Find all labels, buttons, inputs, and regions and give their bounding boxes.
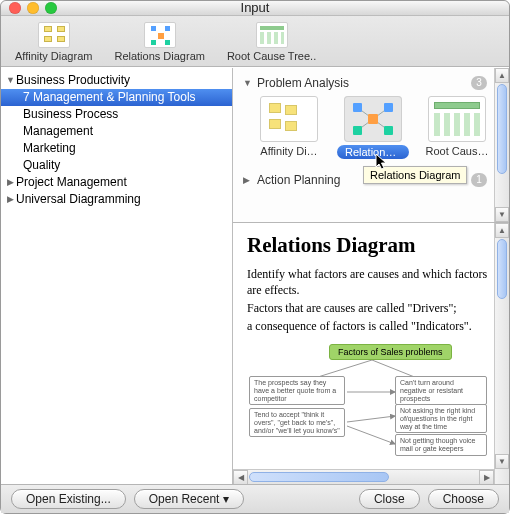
- scroll-down-button[interactable]: ▼: [495, 207, 509, 222]
- tree-label: 7 Management & Planning Tools: [23, 90, 196, 104]
- tree-item-business-process[interactable]: Business Process: [1, 106, 232, 123]
- minimize-window-button[interactable]: [27, 2, 39, 14]
- section-title: Problem Analysis: [257, 76, 349, 90]
- preview-text: Factors that are causes are called "Driv…: [247, 300, 491, 316]
- toolbar-label: Relations Diagram: [114, 50, 204, 62]
- toolbar: Affinity Diagram Relations Diagram Root …: [1, 16, 509, 67]
- diagram-box: Can't turn around negative or resistant …: [395, 376, 487, 405]
- thumb-label: Affinity Di…: [256, 145, 321, 157]
- tree-item-7-management[interactable]: 7 Management & Planning Tools: [1, 89, 232, 106]
- diagram-box: Not getting though voice mail or gate ke…: [395, 434, 487, 455]
- section-count-badge: 1: [471, 173, 487, 187]
- scroll-up-button[interactable]: ▲: [495, 223, 509, 238]
- sidebar: ▼Business Productivity 7 Management & Pl…: [1, 68, 233, 485]
- tree-label: Business Productivity: [16, 73, 130, 87]
- section-problem-analysis[interactable]: ▼ Problem Analysis 3: [239, 74, 503, 92]
- diagram-root-box: Factors of Sales problems: [329, 344, 452, 360]
- scroll-thumb[interactable]: [249, 472, 389, 482]
- diagram-box: Tend to accept "think it overs", "get ba…: [249, 408, 345, 437]
- scroll-left-button[interactable]: ◀: [233, 470, 248, 484]
- tree-label: Marketing: [23, 141, 76, 155]
- tree-label: Universal Diagramming: [16, 192, 141, 206]
- titlebar: Input: [1, 1, 509, 16]
- tree-label: Management: [23, 124, 93, 138]
- svg-line-7: [347, 416, 395, 422]
- tree-item-project-management[interactable]: ▶Project Management: [1, 174, 232, 191]
- tree-label: Business Process: [23, 107, 118, 121]
- scroll-down-button[interactable]: ▼: [495, 454, 509, 469]
- affinity-diagram-icon: [38, 22, 70, 48]
- tree-item-quality[interactable]: Quality: [1, 157, 232, 174]
- thumb-label: Relations…: [337, 145, 409, 159]
- toolbar-label: Affinity Diagram: [15, 50, 92, 62]
- tree-item-business-productivity[interactable]: ▼Business Productivity: [1, 72, 232, 89]
- diagram-box: The prospects say they have a better quo…: [249, 376, 345, 405]
- right-column: ▼ Problem Analysis 3 Affinity Di…: [233, 68, 509, 485]
- toolbar-item-affinity[interactable]: Affinity Diagram: [15, 22, 92, 62]
- svg-line-9: [347, 426, 395, 444]
- scroll-thumb[interactable]: [497, 84, 507, 174]
- open-recent-button[interactable]: Open Recent ▾: [134, 489, 244, 509]
- close-button[interactable]: Close: [359, 489, 420, 509]
- diagram-box: Not asking the right kind of/questions i…: [395, 404, 487, 433]
- gallery-vscrollbar[interactable]: ▲ ▼: [494, 68, 509, 222]
- traffic-lights: [9, 2, 57, 14]
- tree-item-universal-diagramming[interactable]: ▶Universal Diagramming: [1, 191, 232, 208]
- preview-text: a consequence of factors is called "Indi…: [247, 318, 491, 334]
- scroll-up-button[interactable]: ▲: [495, 68, 509, 83]
- footer: Open Existing... Open Recent ▾ Close Cho…: [1, 484, 509, 513]
- window-title: Input: [1, 0, 509, 15]
- thumb-relations[interactable]: Relations…: [337, 96, 409, 159]
- preview-heading: Relations Diagram: [247, 233, 491, 258]
- preview-diagram: Factors of Sales problems The prospects …: [247, 344, 491, 474]
- mouse-cursor-icon: [375, 154, 389, 172]
- root-cause-tree-icon: [256, 22, 288, 48]
- zoom-window-button[interactable]: [45, 2, 57, 14]
- thumb-row: Affinity Di…: [239, 92, 503, 159]
- preview-text: Identify what factors are causes and whi…: [247, 266, 491, 298]
- toolbar-label: Root Cause Tree..: [227, 50, 316, 62]
- relations-diagram-icon: [144, 22, 176, 48]
- template-gallery: ▼ Problem Analysis 3 Affinity Di…: [233, 68, 509, 223]
- open-existing-button[interactable]: Open Existing...: [11, 489, 126, 509]
- relations-thumb-icon: [344, 96, 402, 142]
- preview-pane: Relations Diagram Identify what factors …: [233, 223, 509, 485]
- close-window-button[interactable]: [9, 2, 21, 14]
- choose-button[interactable]: Choose: [428, 489, 499, 509]
- scroll-thumb[interactable]: [497, 239, 507, 299]
- body: ▼Business Productivity 7 Management & Pl…: [1, 67, 509, 485]
- tree-label: Project Management: [16, 175, 127, 189]
- scroll-right-button[interactable]: ▶: [479, 470, 494, 484]
- toolbar-item-relations[interactable]: Relations Diagram: [114, 22, 204, 62]
- toolbar-item-root-cause[interactable]: Root Cause Tree..: [227, 22, 316, 62]
- section-count-badge: 3: [471, 76, 487, 90]
- tree-item-marketing[interactable]: Marketing: [1, 140, 232, 157]
- preview-vscrollbar[interactable]: ▲ ▼: [494, 223, 509, 485]
- preview-hscrollbar[interactable]: ◀ ▶: [233, 469, 494, 484]
- tree-item-management[interactable]: Management: [1, 123, 232, 140]
- root-cause-thumb-icon: [428, 96, 486, 142]
- input-window: Input Affinity Diagram Relations Diagram: [0, 0, 510, 514]
- thumb-root-cause[interactable]: Root Caus…: [421, 96, 493, 159]
- thumb-affinity[interactable]: Affinity Di…: [253, 96, 325, 159]
- section-title: Action Planning: [257, 173, 340, 187]
- thumb-label: Root Caus…: [422, 145, 493, 157]
- tree-label: Quality: [23, 158, 60, 172]
- affinity-thumb-icon: [260, 96, 318, 142]
